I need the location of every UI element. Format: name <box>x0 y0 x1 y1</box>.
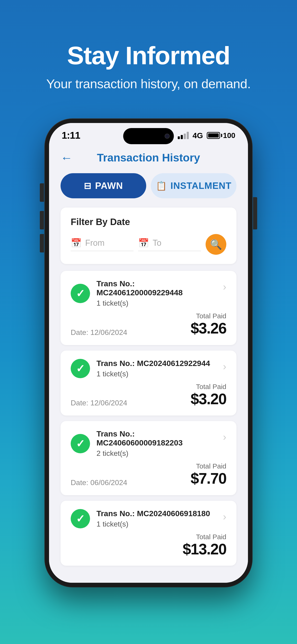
phone-screen: 1:11 4G <box>49 123 248 583</box>
filter-inputs: 📅 From 📅 To 🔍 <box>71 234 226 255</box>
card-bottom-2: Date: 06/06/2024 Total Paid $7.70 <box>71 462 226 487</box>
battery-fill <box>208 133 219 138</box>
card-top-2: ✓ Trans No.: MC24060600009182203 2 ticke… <box>71 429 226 458</box>
status-time: 1:11 <box>62 130 80 141</box>
back-arrow-icon[interactable]: ← <box>60 151 72 165</box>
chevron-right-0: › <box>223 281 226 292</box>
status-right: 4G 100 <box>178 131 235 140</box>
phone-wrapper: 1:11 4G <box>45 119 252 587</box>
filter-card: Filter By Date 📅 From 📅 To 🔍 <box>60 208 236 264</box>
transaction-card-2[interactable]: ✓ Trans No.: MC24060600009182203 2 ticke… <box>60 421 236 495</box>
hero-subtitle: Your transaction history, on demand. <box>46 76 251 91</box>
trans-info-2: Trans No.: MC24060600009182203 2 ticket(… <box>96 429 223 458</box>
chevron-right-2: › <box>223 431 226 443</box>
tickets-0: 1 ticket(s) <box>96 299 223 308</box>
battery-label: 100 <box>223 131 235 140</box>
check-icon-0: ✓ <box>76 287 85 300</box>
hero-section: Stay Informed Your transaction history, … <box>0 0 297 110</box>
page-title: Transaction History <box>97 151 200 164</box>
battery-icon: 100 <box>207 131 235 140</box>
tab-instalment[interactable]: 📋 INSTALMENT <box>151 173 236 198</box>
total-label-3: Total Paid <box>182 533 226 541</box>
trans-info-3: Trans No.: MC20240606918180 1 ticket(s) <box>96 509 210 528</box>
from-calendar-icon: 📅 <box>71 238 82 248</box>
total-section-2: Total Paid $7.70 <box>191 462 226 487</box>
card-bottom-1: Date: 12/06/2024 Total Paid $3.20 <box>71 383 226 408</box>
total-amount-2: $7.70 <box>191 470 226 487</box>
battery-body <box>207 132 220 139</box>
transaction-card-1[interactable]: ✓ Trans No.: MC20240612922944 1 ticket(s… <box>60 350 236 416</box>
trans-no-3: Trans No.: MC20240606918180 <box>96 509 210 518</box>
check-icon-2: ✓ <box>76 438 85 450</box>
trans-no-2: Trans No.: MC24060600009182203 <box>96 429 223 447</box>
total-amount-0: $3.26 <box>191 320 226 337</box>
tickets-2: 2 ticket(s) <box>96 449 223 458</box>
status-bar: 1:11 4G <box>49 123 248 144</box>
camera-dot <box>164 134 170 139</box>
trans-info-0: Trans No.: MC24061200009229448 1 ticket(… <box>96 279 223 308</box>
success-icon-3: ✓ <box>71 509 90 528</box>
signal-bar-2 <box>181 135 183 139</box>
card-left-0: ✓ Trans No.: MC24061200009229448 1 ticke… <box>71 279 223 308</box>
search-icon: 🔍 <box>210 239 222 250</box>
success-icon-1: ✓ <box>71 359 90 378</box>
instalment-tab-icon: 📋 <box>156 181 167 191</box>
signal-bars <box>178 132 189 139</box>
hero-title: Stay Informed <box>67 42 230 69</box>
back-button[interactable]: ← <box>60 151 72 165</box>
battery-tip <box>221 134 222 137</box>
pawn-tab-label: PAWN <box>95 180 123 191</box>
app-content: ← Transaction History ⊟ PAWN 📋 INSTALMEN… <box>49 144 248 583</box>
dynamic-island <box>123 128 174 144</box>
transaction-card-0[interactable]: ✓ Trans No.: MC24061200009229448 1 ticke… <box>60 271 236 345</box>
pawn-tab-icon: ⊟ <box>84 181 92 191</box>
card-top-0: ✓ Trans No.: MC24061200009229448 1 ticke… <box>71 279 226 308</box>
total-label-1: Total Paid <box>191 383 226 391</box>
trans-date-2: Date: 06/06/2024 <box>71 478 127 487</box>
card-top-1: ✓ Trans No.: MC20240612922944 1 ticket(s… <box>71 359 226 378</box>
tabs-row: ⊟ PAWN 📋 INSTALMENT <box>60 173 236 198</box>
total-label-0: Total Paid <box>191 312 226 320</box>
to-calendar-icon: 📅 <box>138 238 149 248</box>
card-top-3: ✓ Trans No.: MC20240606918180 1 ticket(s… <box>71 509 226 528</box>
from-date-input[interactable]: 📅 From <box>71 238 134 251</box>
instalment-tab-label: INSTALMENT <box>170 180 232 191</box>
transaction-card-3[interactable]: ✓ Trans No.: MC20240606918180 1 ticket(s… <box>60 501 236 566</box>
total-amount-1: $3.20 <box>191 390 226 408</box>
filter-title: Filter By Date <box>71 217 226 227</box>
check-icon-3: ✓ <box>76 512 85 525</box>
signal-bar-1 <box>178 136 180 139</box>
check-icon-1: ✓ <box>76 362 85 375</box>
trans-info-1: Trans No.: MC20240612922944 1 ticket(s) <box>96 359 210 378</box>
tab-pawn[interactable]: ⊟ PAWN <box>60 173 146 198</box>
to-placeholder: To <box>153 238 162 248</box>
success-icon-0: ✓ <box>71 284 90 303</box>
signal-bar-4 <box>187 132 189 139</box>
card-bottom-3: Total Paid $13.20 <box>71 533 226 558</box>
card-left-1: ✓ Trans No.: MC20240612922944 1 ticket(s… <box>71 359 210 378</box>
tickets-3: 1 ticket(s) <box>96 520 210 528</box>
total-section-1: Total Paid $3.20 <box>191 383 226 408</box>
trans-no-1: Trans No.: MC20240612922944 <box>96 359 210 368</box>
trans-date-0: Date: 12/06/2024 <box>71 328 127 337</box>
search-button[interactable]: 🔍 <box>206 234 226 255</box>
network-label: 4G <box>192 131 203 140</box>
success-icon-2: ✓ <box>71 434 90 453</box>
total-amount-3: $13.20 <box>182 540 226 558</box>
trans-date-1: Date: 12/06/2024 <box>71 399 127 407</box>
phone-outer: 1:11 4G <box>45 119 252 587</box>
chevron-right-3: › <box>223 511 226 522</box>
from-placeholder: From <box>85 238 104 248</box>
card-left-2: ✓ Trans No.: MC24060600009182203 2 ticke… <box>71 429 223 458</box>
card-bottom-0: Date: 12/06/2024 Total Paid $3.26 <box>71 312 226 337</box>
chevron-right-1: › <box>223 361 226 372</box>
total-section-3: Total Paid $13.20 <box>182 533 226 558</box>
tickets-1: 1 ticket(s) <box>96 370 210 378</box>
total-label-2: Total Paid <box>191 462 226 470</box>
app-header: ← Transaction History <box>60 144 236 173</box>
signal-bar-3 <box>184 134 186 139</box>
trans-no-0: Trans No.: MC24061200009229448 <box>96 279 223 297</box>
total-section-0: Total Paid $3.26 <box>191 312 226 337</box>
card-left-3: ✓ Trans No.: MC20240606918180 1 ticket(s… <box>71 509 210 528</box>
to-date-input[interactable]: 📅 To <box>138 238 201 251</box>
